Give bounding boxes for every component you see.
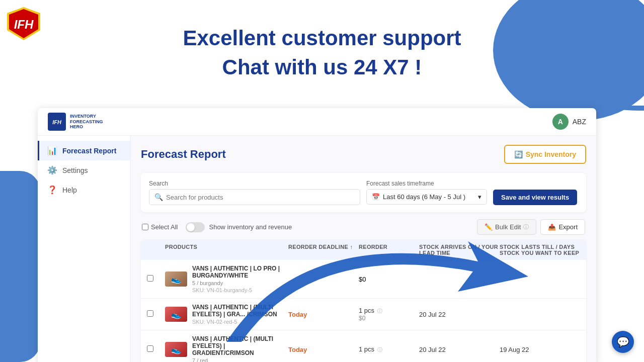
filters-row: Search 🔍 Forecast sales timeframe 📅 Last… <box>141 173 586 212</box>
chat-button[interactable]: 💬 <box>612 331 634 353</box>
app-user: A ABZ <box>552 114 586 130</box>
info-icon: ⓘ <box>523 223 529 231</box>
app-logo: IFH INVENTORY FORECASTING HERO <box>48 113 103 131</box>
forecast-group: Forecast sales timeframe 📅 Last 60 days … <box>366 180 487 205</box>
settings-icon: ⚙️ <box>47 165 57 175</box>
select-all-checkbox[interactable] <box>142 224 148 230</box>
chat-icon: 💬 <box>617 336 629 348</box>
right-actions: ✏️ Bulk Edit ⓘ 📤 Export <box>477 219 585 235</box>
actions-row: Select All Show inventory and revenue ✏️… <box>141 219 586 235</box>
product-sku-2: SKU: VN-02-red-5 <box>192 319 288 325</box>
sidebar-label-forecast: Forecast Report <box>62 147 116 155</box>
search-icon: 🔍 <box>154 193 163 201</box>
stock-arrives-3: 20 Jul 22 <box>419 346 500 353</box>
product-variant-3: 7 / red <box>192 357 288 362</box>
export-button[interactable]: 📤 Export <box>540 219 585 235</box>
col-checkbox <box>147 244 165 256</box>
product-name-3: VANS | AUTHENTIC | (MULTI EYELETS) | GRA… <box>192 335 288 356</box>
select-all-label[interactable]: Select All <box>142 223 178 231</box>
calendar-icon: 📅 <box>372 193 380 201</box>
sidebar: 📊 Forecast Report ⚙️ Settings ❓ Help <box>38 136 131 362</box>
row-checkbox-1[interactable] <box>147 275 165 283</box>
app-container: IFH INVENTORY FORECASTING HERO A ABZ 📊 F… <box>38 108 596 362</box>
product-info-1: 👟 VANS | AUTHENTIC | LO PRO | BURGANDY/W… <box>165 265 288 293</box>
save-group: Save and view results <box>493 180 577 205</box>
products-table: PRODUCTS REORDER DEADLINE ↑ REORDER STOC… <box>141 240 586 362</box>
search-group: Search 🔍 <box>149 180 360 205</box>
reorder-1: $0 <box>359 276 419 283</box>
table-row: 👟 VANS | AUTHENTIC | LO PRO | BURGANDY/W… <box>141 260 586 299</box>
avatar: A <box>552 114 569 130</box>
reorder-3: 1 pcs ⓘ <box>359 345 419 353</box>
reorder-deadline-3: Today <box>288 346 359 353</box>
banner-line2: Chat with us 24 X7 ! <box>183 55 461 79</box>
shoe-image-2: 👟 <box>165 307 187 322</box>
sidebar-item-help[interactable]: ❓ Help <box>38 180 130 200</box>
bulk-edit-label: Bulk Edit <box>495 223 521 231</box>
export-icon: 📤 <box>548 223 556 231</box>
chevron-down-icon: ▾ <box>478 193 481 201</box>
toggle-wrap: Show inventory and revenue <box>186 222 292 232</box>
product-name-2: VANS | AUTHENTIC | (MULTI EYELETS) | GRA… <box>192 304 288 318</box>
product-info-3: 👟 VANS | AUTHENTIC | (MULTI EYELETS) | G… <box>165 335 288 362</box>
forecast-date-value: Last 60 days (6 May - 5 Jul ) <box>383 193 465 201</box>
table-row: 👟 VANS | AUTHENTIC | (MULTI EYELETS) | G… <box>141 330 586 362</box>
svg-text:IFH: IFH <box>14 18 34 31</box>
select-all-text: Select All <box>151 223 178 231</box>
shoe-image-1: 👟 <box>165 272 187 287</box>
shoe-image-3: 👟 <box>165 342 187 357</box>
app-logo-icon: IFH <box>48 113 66 131</box>
sync-button-label: Sync Inventory <box>526 150 576 158</box>
sidebar-label-settings: Settings <box>62 166 88 174</box>
sidebar-item-forecast[interactable]: 📊 Forecast Report <box>38 141 130 160</box>
sync-inventory-button[interactable]: 🔄 Sync Inventory <box>504 145 586 164</box>
save-results-button[interactable]: Save and view results <box>493 190 577 205</box>
inventory-toggle[interactable] <box>186 222 205 232</box>
col-products: PRODUCTS <box>165 244 288 256</box>
app-logo-text: INVENTORY FORECASTING HERO <box>70 114 103 130</box>
stock-lasts-3: 19 Aug 22 <box>500 346 580 353</box>
col-reorder-deadline: REORDER DEADLINE ↑ <box>288 244 359 256</box>
app-body: 📊 Forecast Report ⚙️ Settings ❓ Help For… <box>38 136 596 362</box>
username: ABZ <box>573 118 586 126</box>
col-reorder: REORDER <box>359 244 419 256</box>
product-info-2: 👟 VANS | AUTHENTIC | (MULTI EYELETS) | G… <box>165 304 288 325</box>
sidebar-item-settings[interactable]: ⚙️ Settings <box>38 160 130 180</box>
app-header: IFH INVENTORY FORECASTING HERO A ABZ <box>38 108 596 136</box>
product-thumb-1: 👟 <box>165 272 187 287</box>
reorder-qty-1: $0 <box>359 276 419 283</box>
forecast-date-select[interactable]: 📅 Last 60 days (6 May - 5 Jul ) ▾ <box>366 189 487 205</box>
info-icon-3: ⓘ <box>377 347 382 352</box>
svg-text:IFH: IFH <box>52 119 62 125</box>
col-stock-arrives: STOCK ARRIVES ON / YOUR LEAD TIME <box>419 244 500 256</box>
search-label: Search <box>149 180 360 187</box>
stock-arrives-2: 20 Jul 22 <box>419 311 500 318</box>
product-variant-1: 5 / burgandy <box>192 280 288 286</box>
sidebar-label-help: Help <box>62 186 77 194</box>
reorder-qty-2: 1 pcs ⓘ <box>359 307 419 315</box>
reorder-amount-2: $0 <box>359 315 419 322</box>
row-checkbox-3[interactable] <box>147 345 165 353</box>
product-sku-1: SKU: VN-01-burgandy-5 <box>192 287 288 293</box>
banner-line1: Excellent customer support <box>183 26 461 50</box>
reorder-deadline-2: Today <box>288 311 359 318</box>
product-name-1: VANS | AUTHENTIC | LO PRO | BURGANDY/WHI… <box>192 265 288 279</box>
table-header: PRODUCTS REORDER DEADLINE ↑ REORDER STOC… <box>141 240 586 260</box>
col-stock-lasts: STOCK LASTS TILL / DAYS STOCK YOU WANT T… <box>500 244 580 256</box>
reorder-2: 1 pcs ⓘ $0 <box>359 307 419 322</box>
left-actions: Select All Show inventory and revenue <box>142 222 292 232</box>
product-details-3: VANS | AUTHENTIC | (MULTI EYELETS) | GRA… <box>192 335 288 362</box>
edit-icon: ✏️ <box>485 223 493 231</box>
help-icon: ❓ <box>47 185 57 195</box>
export-label: Export <box>558 223 578 231</box>
bulk-edit-button[interactable]: ✏️ Bulk Edit ⓘ <box>477 219 536 235</box>
top-banner: IFH Excellent customer support Chat with… <box>0 0 644 106</box>
search-input-wrap: 🔍 <box>149 189 360 205</box>
row-checkbox-2[interactable] <box>147 310 165 318</box>
product-details-1: VANS | AUTHENTIC | LO PRO | BURGANDY/WHI… <box>192 265 288 293</box>
toggle-knob <box>187 223 195 231</box>
banner-logo: IFH <box>6 6 41 43</box>
page-title: Forecast Report <box>141 148 226 161</box>
product-thumb-2: 👟 <box>165 307 187 322</box>
search-input[interactable] <box>166 194 355 201</box>
